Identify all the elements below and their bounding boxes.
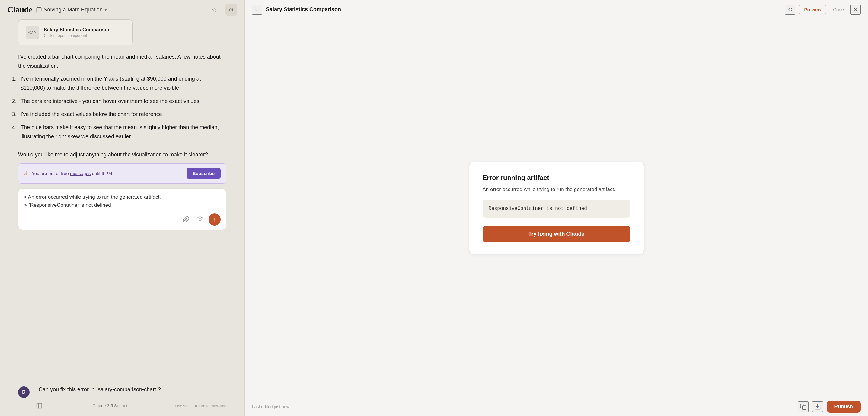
model-label: Claude 3.5 Sonnet: [92, 403, 127, 408]
right-panel-content: Error running artifact An error occurred…: [245, 19, 868, 397]
settings-icon: ⚙: [228, 6, 234, 13]
message-input-text[interactable]: > An error occurred while trying to run …: [24, 193, 221, 211]
back-arrow-icon: ←: [254, 6, 260, 13]
messages-link[interactable]: messages: [70, 171, 91, 176]
input-line-1: > An error occurred while trying to run …: [24, 193, 221, 201]
message-intro: I've created a bar chart comparing the m…: [18, 53, 226, 70]
message-closing: Would you like me to adjust anything abo…: [18, 150, 226, 159]
refresh-icon: ↻: [788, 6, 793, 13]
top-bar-actions: ☆ ⚙: [208, 4, 237, 16]
camera-icon: [197, 216, 204, 223]
banner-text: You are out of free messages until 6 PM: [32, 171, 184, 176]
right-panel-header: ← Salary Statistics Comparison ↻ Preview…: [245, 0, 868, 19]
star-button[interactable]: ☆: [208, 4, 220, 16]
download-icon: [814, 403, 821, 410]
artifact-title: Salary Statistics Comparison: [44, 27, 111, 33]
top-bar: Claude Solving a Math Equation ▾ ☆ ⚙: [0, 0, 245, 19]
list-item: I've included the exact values below the…: [18, 110, 226, 119]
close-icon: ✕: [853, 6, 858, 13]
subscribe-button[interactable]: Subscribe: [187, 168, 221, 179]
right-panel-footer: Last edited just now Publish: [245, 397, 868, 416]
error-code-text: ResponsiveContainer is not defined: [489, 206, 587, 211]
camera-button[interactable]: [195, 214, 206, 225]
send-button[interactable]: ↑: [209, 213, 221, 226]
conversation-title[interactable]: Solving a Math Equation ▾: [36, 7, 107, 13]
list-item: I've intentionally zoomed in on the Y-ax…: [18, 75, 226, 92]
error-title: Error running artifact: [483, 174, 630, 182]
star-icon: ☆: [212, 6, 217, 13]
download-button[interactable]: [812, 401, 823, 412]
right-panel: ← Salary Statistics Comparison ↻ Preview…: [245, 0, 868, 416]
message-list: I've intentionally zoomed in on the Y-ax…: [18, 75, 226, 145]
refresh-button[interactable]: ↻: [785, 4, 795, 15]
chat-icon: [36, 7, 42, 13]
publish-button[interactable]: Publish: [827, 400, 861, 413]
list-item: The blue bars make it easy to see that t…: [18, 123, 226, 141]
preview-button[interactable]: Preview: [799, 5, 826, 14]
input-actions: ↑: [24, 213, 221, 226]
message-input-area: > An error occurred while trying to run …: [18, 188, 226, 230]
bottom-question: Can you fix this error in `salary-compar…: [39, 386, 226, 393]
code-icon: </>: [28, 30, 36, 35]
chevron-down-icon: ▾: [104, 7, 107, 13]
settings-button[interactable]: ⚙: [225, 4, 237, 16]
panel-title: Salary Statistics Comparison: [266, 6, 781, 13]
copy-icon: [800, 403, 806, 410]
bottom-section: D Can you fix this error in `salary-comp…: [0, 386, 245, 411]
sidebar-icon: [36, 403, 42, 409]
app-logo: Claude: [7, 5, 32, 14]
svg-point-0: [199, 218, 201, 221]
artifact-subtitle: Click to open component: [44, 33, 111, 38]
sidebar-toggle-button[interactable]: [34, 400, 45, 411]
svg-rect-1: [37, 403, 42, 409]
warning-icon: ⚠: [24, 170, 29, 177]
artifact-info: Salary Statistics Comparison Click to op…: [44, 27, 111, 38]
back-button[interactable]: ←: [252, 4, 262, 15]
chat-content-area: </> Salary Statistics Comparison Click t…: [0, 19, 245, 386]
out-of-messages-banner: ⚠ You are out of free messages until 6 P…: [18, 163, 226, 183]
svg-rect-3: [802, 406, 806, 409]
try-fixing-button[interactable]: Try fixing with Claude: [483, 226, 630, 242]
error-description: An error occurred while trying to run th…: [483, 185, 630, 194]
input-line-2: > `ResponsiveContainer is not defined`: [24, 201, 221, 209]
copy-button[interactable]: [798, 401, 809, 412]
error-code-block: ResponsiveContainer is not defined: [483, 200, 630, 218]
artifact-card[interactable]: </> Salary Statistics Comparison Click t…: [18, 19, 133, 45]
left-panel: Claude Solving a Math Equation ▾ ☆ ⚙ </>…: [0, 0, 245, 416]
close-button[interactable]: ✕: [850, 4, 861, 15]
keyboard-hint: Use shift + return for new line: [175, 404, 226, 408]
user-avatar: D: [18, 386, 30, 398]
artifact-card-icon: </>: [26, 26, 39, 39]
list-item: The bars are interactive - you can hover…: [18, 97, 226, 106]
last-edited-text: Last edited just now: [252, 404, 794, 409]
conversation-title-text: Solving a Math Equation: [44, 7, 103, 13]
error-card: Error running artifact An error occurred…: [469, 161, 644, 255]
paperclip-icon: [183, 216, 189, 223]
code-button[interactable]: Code: [830, 5, 847, 14]
send-icon: ↑: [213, 216, 216, 223]
attach-button[interactable]: [181, 214, 192, 225]
